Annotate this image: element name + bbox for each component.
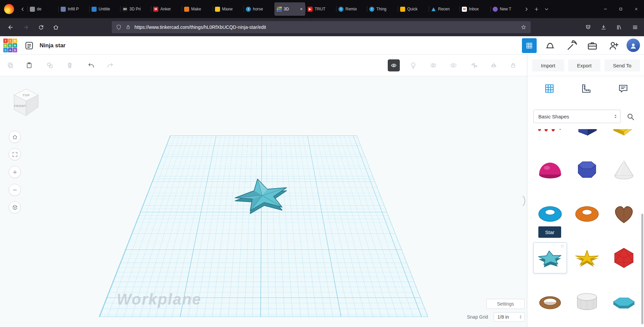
group-icon[interactable] (428, 60, 439, 71)
zoom-in-button[interactable] (9, 166, 21, 178)
browser-tab[interactable]: tThing (367, 2, 398, 16)
notes-tool-icon[interactable] (615, 81, 631, 96)
tab-list-dropdown-icon[interactable] (541, 4, 551, 14)
workplane-tool-icon[interactable] (542, 81, 557, 96)
ninja-star-object[interactable] (232, 175, 292, 216)
viewport-3d[interactable]: Workplane TOP FRONT Settings Snap Grid 1… (0, 76, 527, 327)
browser-tab[interactable]: MAnker (151, 2, 182, 16)
tracking-shield-icon[interactable] (116, 24, 122, 30)
shape-category-select[interactable]: Basic Shapes (533, 110, 621, 123)
shape-star-thin[interactable] (570, 242, 604, 273)
search-icon[interactable] (625, 111, 636, 122)
browser-tab[interactable]: Untitle (89, 2, 120, 16)
browser-tab[interactable]: tRemix (336, 2, 367, 16)
shape-paraboloid[interactable] (533, 155, 567, 185)
forward-button[interactable] (20, 21, 32, 33)
browser-tab[interactable]: Maxw (213, 2, 244, 16)
menu-icon[interactable] (629, 21, 641, 33)
workplane-watermark: Workplane (117, 290, 201, 308)
mirror-icon[interactable] (488, 60, 499, 71)
show-all-icon[interactable] (388, 59, 400, 71)
snap-grid-stepper-icon[interactable] (518, 315, 523, 319)
shape-list-viewport[interactable]: ☆ Star (527, 129, 642, 327)
zoom-out-button[interactable] (9, 184, 21, 196)
firefox-logo-icon[interactable] (4, 4, 14, 14)
ungroup-icon[interactable] (448, 60, 459, 71)
shape-box[interactable] (570, 129, 604, 142)
duplicate-icon[interactable] (45, 60, 55, 71)
invite-icon[interactable] (608, 40, 620, 52)
browser-tab[interactable]: Infill P (58, 2, 89, 16)
home-button[interactable] (50, 21, 61, 33)
shape-hexagon[interactable] (607, 286, 641, 317)
light-icon[interactable] (408, 60, 419, 71)
view-cube[interactable]: TOP FRONT (12, 86, 40, 118)
snap-grid-dropdown[interactable]: 1/8 in (494, 312, 525, 322)
delete-icon[interactable] (64, 60, 75, 71)
window-minimize-button[interactable] (598, 0, 613, 18)
import-button[interactable]: Import (532, 59, 564, 71)
shape-roof[interactable] (607, 129, 641, 142)
window-close-button[interactable] (629, 0, 644, 18)
simlab-icon[interactable] (544, 40, 556, 52)
window-maximize-button[interactable] (613, 0, 629, 18)
browser-tab[interactable]: thorse (244, 2, 274, 16)
padlock-icon[interactable] (125, 24, 131, 30)
shape-cone[interactable] (607, 155, 641, 185)
logo-cell: R (13, 43, 17, 48)
blocks-view-button[interactable] (522, 38, 537, 53)
lock-icon[interactable] (508, 60, 519, 71)
minecraft-icon[interactable] (566, 40, 578, 52)
shape-heart[interactable] (607, 199, 641, 229)
settings-button[interactable]: Settings (486, 299, 525, 309)
copy-icon[interactable] (5, 60, 16, 71)
shape-icosahedron[interactable] (607, 242, 641, 273)
shape-torus[interactable] (533, 199, 567, 229)
url-bar[interactable]: https://www.tinkercad.com/things/hL0RfXb… (112, 21, 531, 33)
browser-tab[interactable]: New T (490, 2, 521, 16)
tab-close-icon[interactable]: ✕ (300, 7, 303, 11)
back-button[interactable] (5, 21, 16, 33)
view-home-button[interactable] (9, 131, 21, 143)
avatar[interactable] (627, 39, 640, 52)
paste-icon[interactable] (24, 60, 35, 71)
panel-collapse-chevron[interactable] (521, 194, 527, 208)
browser-tab[interactable]: ▶TRUT (305, 2, 336, 16)
toolbox-icon[interactable] (586, 40, 598, 52)
tab-scroll-left-icon[interactable] (17, 4, 28, 14)
fit-view-button[interactable] (9, 148, 21, 160)
new-tab-button[interactable] (531, 4, 541, 14)
my-designs-icon[interactable] (24, 41, 34, 51)
align-icon[interactable] (469, 60, 480, 71)
tab-favicon: M (462, 7, 467, 12)
workplane-grid[interactable] (99, 135, 428, 317)
reload-button[interactable] (35, 21, 47, 33)
send-to-button[interactable]: Send To (604, 59, 640, 71)
browser-tab[interactable]: 3D3D Pri (120, 2, 151, 16)
panel-scrollbar[interactable] (641, 214, 643, 324)
shape-hexagonal-prism[interactable] (570, 155, 604, 185)
shape-tube[interactable] (570, 199, 604, 229)
export-button[interactable]: Export (568, 59, 600, 71)
tab-scroll-right-icon[interactable] (521, 4, 531, 14)
shape-star[interactable]: ☆ (533, 242, 567, 273)
perspective-toggle-button[interactable] (9, 201, 21, 213)
favorite-star-icon[interactable]: ☆ (560, 243, 565, 249)
browser-tab[interactable]: Make (182, 2, 213, 16)
downloads-icon[interactable] (598, 21, 609, 33)
ruler-tool-icon[interactable] (579, 81, 594, 96)
tinkercad-logo[interactable]: TINKERCAD (3, 39, 17, 52)
library-icon[interactable] (613, 21, 625, 33)
undo-icon[interactable] (86, 60, 97, 71)
browser-tab[interactable]: Quick (398, 2, 429, 16)
shape-ring[interactable] (533, 286, 567, 317)
pocket-icon[interactable] (582, 21, 594, 33)
browser-tab[interactable]: Recen (429, 2, 460, 16)
browser-tab[interactable]: MInbox (460, 2, 490, 16)
shape-scribble[interactable] (533, 129, 567, 142)
shape-polygon[interactable] (570, 286, 604, 317)
browser-tab[interactable]: 3D✕ (274, 2, 305, 16)
browser-tab[interactable]: de (28, 2, 58, 16)
bookmark-star-icon[interactable] (521, 24, 527, 30)
redo-icon[interactable] (105, 60, 115, 71)
